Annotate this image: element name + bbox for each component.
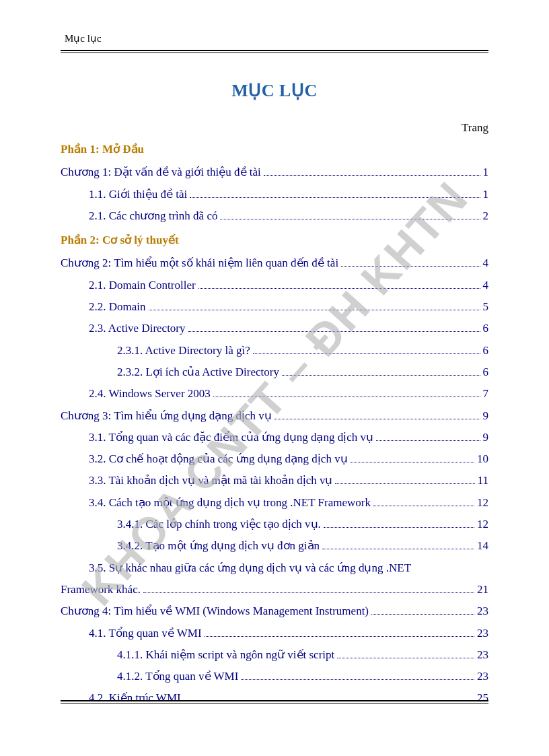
toc-entry: 2.2. Domain 5 xyxy=(61,296,488,318)
toc-dots xyxy=(351,462,474,462)
toc-page-number: 14 xyxy=(477,535,488,557)
toc-dots xyxy=(373,506,474,506)
toc-page-number: 9 xyxy=(483,427,489,448)
toc-entry: 2.4. Windows Server 2003 7 xyxy=(61,383,488,405)
toc-entry-text: 3.4. Cách tạo một ứng dụng dịch vụ trong… xyxy=(89,492,371,514)
toc-dots xyxy=(282,375,480,376)
toc-entry: 2.1. Các chương trình đã có 2 xyxy=(61,205,488,227)
toc-dots xyxy=(341,266,480,267)
toc-dots xyxy=(274,419,480,419)
toc-entries: Phần 1: Mở ĐầuChương 1: Đặt vấn đề và gi… xyxy=(61,139,488,710)
toc-entry: 3.3. Tài khoản dịch vụ và mật mã tài kho… xyxy=(61,470,488,491)
toc-entry: 3.1. Tổng quan và các đặc điểm của ứng d… xyxy=(61,427,488,448)
toc-entry: 4.1.1. Khái niệm script và ngôn ngữ viết… xyxy=(61,644,488,666)
header-rule-bottom xyxy=(61,53,488,53)
toc-dots xyxy=(190,197,480,198)
toc-dots xyxy=(253,353,480,354)
toc-entry-text: 2.3. Active Directory xyxy=(89,318,186,339)
toc-dots xyxy=(264,175,480,176)
toc-entry: 4.1. Tổng quan về WMI 23 xyxy=(61,623,488,644)
toc-entry: Chương 2: Tìm hiểu một số khái niệm liên… xyxy=(61,252,488,274)
toc-entry-text: 2.1. Các chương trình đã có xyxy=(89,205,217,227)
toc-entry-text: 2.2. Domain xyxy=(89,296,146,318)
toc-entry-text: 2.1. Domain Controller xyxy=(89,275,196,296)
toc-entry-text: Chương 2: Tìm hiểu một số khái niệm liên… xyxy=(61,252,338,274)
header-rule-top xyxy=(61,50,488,51)
toc-page-number: 10 xyxy=(477,448,488,470)
toc-dots xyxy=(205,636,474,637)
page-title: MỤC LỤC xyxy=(61,80,488,101)
toc-entry-text: 4.1. Tổng quan về WMI xyxy=(89,623,202,644)
toc-dots xyxy=(324,527,474,528)
toc-part-header: Phần 1: Mở Đầu xyxy=(61,139,488,160)
toc-page-number: 6 xyxy=(483,340,489,362)
toc-dots xyxy=(143,592,474,593)
toc-entry-text: 3.4.1. Các lớp chính trong việc tạo dịch… xyxy=(117,514,321,535)
toc-entry: Chương 4: Tìm hiểu về WMI (Windows Manag… xyxy=(61,600,488,622)
toc-dots xyxy=(241,679,474,680)
toc-entry: 3.5. Sự khác nhau giữa các ứng dụng dịch… xyxy=(61,557,488,601)
toc-entry: 3.4.1. Các lớp chính trong việc tạo dịch… xyxy=(61,514,488,535)
toc-entry: 4.1.2. Tổng quan về WMI 23 xyxy=(61,666,488,687)
toc-dots xyxy=(220,219,480,219)
toc-page-number: 12 xyxy=(477,492,488,514)
toc-page-number: 1 xyxy=(483,184,489,205)
toc-page-number: 5 xyxy=(483,296,489,318)
toc-entry-text: 3.1. Tổng quan và các đặc điểm của ứng d… xyxy=(89,427,373,448)
toc-entry: 1.1. Giới thiệu đề tài 1 xyxy=(61,184,488,205)
toc-page-number: 9 xyxy=(483,405,489,427)
toc-dots xyxy=(198,288,480,289)
toc-entry: 2.3.1. Active Directory là gì? 6 xyxy=(61,340,488,362)
toc-page-number: 21 xyxy=(477,579,488,600)
toc-dots xyxy=(322,549,474,549)
toc-page-number: 1 xyxy=(483,162,489,183)
toc-dots xyxy=(337,658,474,658)
toc-entry-text: 4.1.2. Tổng quan về WMI xyxy=(117,666,238,687)
toc-entry: 2.3. Active Directory 6 xyxy=(61,318,488,339)
toc-page-number: 23 xyxy=(477,666,488,687)
toc-page-number: 6 xyxy=(483,318,489,339)
toc-page-number: 23 xyxy=(477,623,488,644)
toc-page-number: 23 xyxy=(477,644,488,666)
toc-entry: 2.3.2. Lợi ích của Active Directory 6 xyxy=(61,362,488,383)
running-header: Mục lục xyxy=(65,32,488,44)
toc-entry-text: 3.5. Sự khác nhau giữa các ứng dụng dịch… xyxy=(89,557,488,579)
toc-part-header: Phần 2: Cơ sở lý thuyết xyxy=(61,230,488,251)
toc-entry-text: Chương 1: Đặt vấn đề và giới thiệu đề tà… xyxy=(61,162,261,183)
toc-entry-text: 3.4.2. Tạo một ứng dụng dịch vụ đơn giản xyxy=(117,535,320,557)
toc-entry: 3.4.2. Tạo một ứng dụng dịch vụ đơn giản… xyxy=(61,535,488,557)
toc-page-number: 12 xyxy=(477,514,488,535)
toc-entry-continuation: Framework khác.21 xyxy=(61,579,488,600)
toc-page-number: 6 xyxy=(483,362,489,383)
toc-entry-text: 2.4. Windows Server 2003 xyxy=(89,383,211,405)
toc-dots xyxy=(188,331,480,332)
page: Mục lục MỤC LỤC Trang Phần 1: Mở ĐầuChươ… xyxy=(0,0,549,756)
toc-dots xyxy=(335,483,474,484)
toc-entry-text: 2.3.1. Active Directory là gì? xyxy=(117,340,250,362)
toc-entry-text: Framework khác. xyxy=(61,579,141,600)
toc-entry-text: 2.3.2. Lợi ích của Active Directory xyxy=(117,362,279,383)
toc-entry-text: 4.1.1. Khái niệm script và ngôn ngữ viết… xyxy=(117,644,334,666)
toc-entry: 3.2. Cơ chế hoạt động của các ứng dụng d… xyxy=(61,448,488,470)
toc-page-number: 4 xyxy=(483,252,489,274)
toc-entry: 3.4. Cách tạo một ứng dụng dịch vụ trong… xyxy=(61,492,488,514)
toc-page-number: 4 xyxy=(483,275,489,296)
page-column-label: Trang xyxy=(61,121,488,135)
toc-page-number: 7 xyxy=(483,383,489,405)
footer-rule xyxy=(61,700,488,709)
toc-entry-text: Chương 4: Tìm hiểu về WMI (Windows Manag… xyxy=(61,600,369,622)
toc-dots xyxy=(149,310,480,310)
toc-page-number: 23 xyxy=(477,600,488,622)
toc-dots xyxy=(376,440,480,441)
toc-entry-text: 3.3. Tài khoản dịch vụ và mật mã tài kho… xyxy=(89,470,332,491)
toc-entry: 2.1. Domain Controller 4 xyxy=(61,275,488,296)
toc-dots xyxy=(371,614,474,615)
toc-page-number: 2 xyxy=(483,205,489,227)
toc-entry-text: Chương 3: Tìm hiểu ứng dụng dạng dịch vụ xyxy=(61,405,272,427)
toc-page-number: 11 xyxy=(478,470,488,491)
toc-entry-text: 1.1. Giới thiệu đề tài xyxy=(89,184,187,205)
toc-entry-text: 3.2. Cơ chế hoạt động của các ứng dụng d… xyxy=(89,448,348,470)
toc-dots xyxy=(213,397,480,397)
toc-entry: Chương 3: Tìm hiểu ứng dụng dạng dịch vụ… xyxy=(61,405,488,427)
toc-entry: Chương 1: Đặt vấn đề và giới thiệu đề tà… xyxy=(61,162,488,183)
